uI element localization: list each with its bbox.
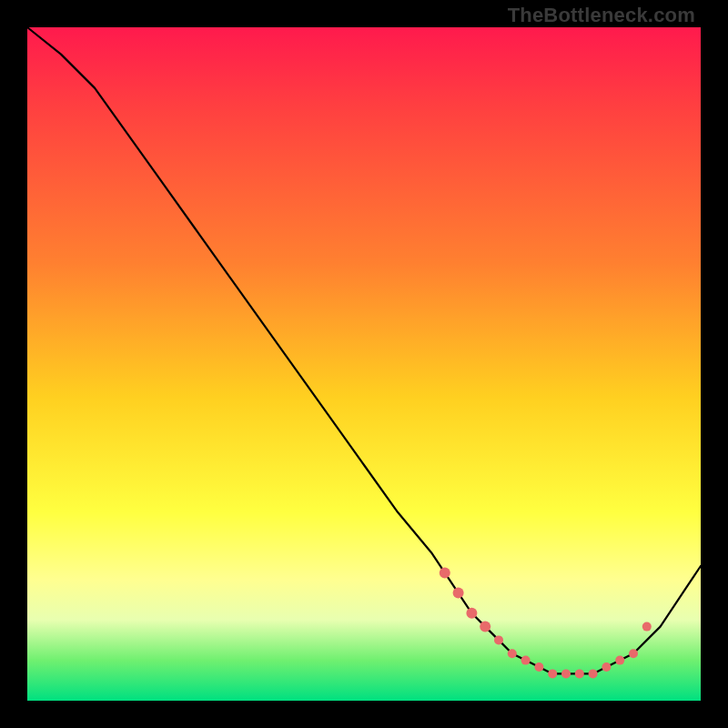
marker-dot	[508, 649, 517, 658]
marker-dot	[466, 608, 477, 619]
marker-dot	[480, 622, 490, 632]
marker-dot	[534, 662, 543, 672]
series-line	[27, 27, 701, 673]
marker-dot	[602, 662, 611, 672]
chart-plot-area	[27, 27, 701, 701]
marker-dot	[521, 656, 531, 665]
watermark-text: TheBottleneck.com	[508, 4, 695, 27]
marker-dot	[561, 669, 571, 678]
marker-dot	[575, 669, 584, 678]
chart-svg	[27, 27, 701, 701]
marker-dot	[629, 649, 638, 658]
marker-dot	[453, 588, 464, 599]
chart-frame: TheBottleneck.com	[0, 0, 728, 728]
marker-group	[440, 567, 652, 678]
marker-dot	[440, 567, 450, 578]
marker-dot	[642, 622, 652, 632]
marker-dot	[494, 635, 503, 644]
marker-dot	[589, 669, 598, 678]
marker-dot	[615, 656, 624, 665]
marker-dot	[548, 669, 557, 678]
